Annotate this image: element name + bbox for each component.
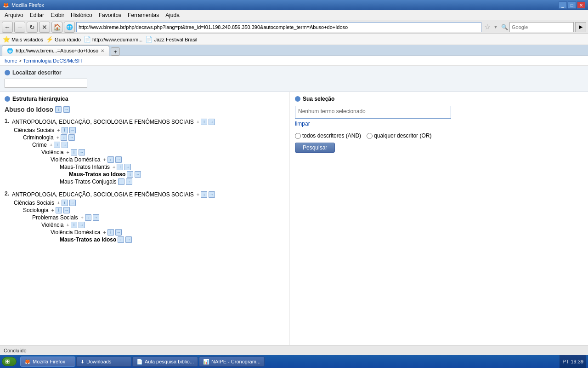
menu-exibir[interactable]: Exibir bbox=[48, 11, 67, 19]
bookmark-edumarm-label: http://www.edumarm... bbox=[92, 37, 142, 42]
crime-add-icon[interactable]: → bbox=[62, 142, 68, 148]
radio-or-label[interactable]: qualquer descritor (OR) bbox=[367, 132, 431, 139]
bookmark-edumarm[interactable]: 📄 http://www.edumarm... bbox=[84, 36, 142, 43]
menu-favoritos[interactable]: Favoritos bbox=[96, 11, 124, 19]
violencia-2-info-icon[interactable]: i bbox=[71, 222, 77, 228]
localize-section: Localizar descritor bbox=[0, 66, 588, 92]
radio-and-text: todos descritores (AND) bbox=[302, 132, 361, 139]
ciencias-1-add-icon[interactable]: → bbox=[69, 127, 76, 133]
ps-add-icon[interactable]: → bbox=[93, 214, 99, 221]
close-button[interactable]: ✕ bbox=[577, 1, 585, 9]
taskbar-downloads[interactable]: ⬇ Downloads bbox=[76, 356, 131, 367]
radio-and[interactable] bbox=[295, 133, 301, 139]
pesquisar-button[interactable]: Pesquisar bbox=[295, 143, 335, 153]
limpar-link[interactable]: limpar bbox=[295, 121, 582, 127]
mti1-add-icon[interactable]: → bbox=[135, 171, 141, 178]
ciencias-2-add-icon[interactable]: → bbox=[69, 200, 76, 206]
taskbar-aula[interactable]: 📄 Aula pesquisa biblio... bbox=[132, 356, 198, 367]
reload-button[interactable]: ↻ bbox=[27, 22, 38, 33]
ciencias-2-info-icon[interactable]: i bbox=[62, 200, 68, 206]
home-button[interactable]: 🏠 bbox=[51, 22, 62, 33]
taskbar: ⊞ 🦊 Mozilla Firefox ⬇ Downloads 📄 Aula p… bbox=[0, 355, 588, 368]
right-panel-dot bbox=[295, 96, 300, 102]
localize-input[interactable] bbox=[5, 79, 87, 88]
mti1-info-icon[interactable]: i bbox=[127, 171, 133, 178]
mti-info-icon[interactable]: i bbox=[117, 164, 123, 170]
criminologia-add-icon[interactable]: → bbox=[68, 134, 75, 141]
address-input[interactable] bbox=[76, 22, 481, 32]
search-go-button[interactable]: ▶ bbox=[575, 22, 586, 32]
menubar: Arquivo Editar Exibir Histórico Favorito… bbox=[0, 10, 588, 20]
s1-top-info-icon[interactable]: i bbox=[201, 119, 207, 125]
tree-section-2-header: 2. ANTROPOLOGIA, EDUCAÇÃO, SOCIOLOGIA E … bbox=[5, 190, 284, 199]
globe-button[interactable]: 🌐 bbox=[64, 22, 75, 33]
mtc-info-icon[interactable]: i bbox=[118, 178, 124, 185]
sociologia-add-icon[interactable]: → bbox=[63, 207, 70, 213]
menu-historico[interactable]: Histórico bbox=[68, 11, 95, 19]
bookmark-arrow[interactable]: ▼ bbox=[493, 24, 498, 29]
active-tab[interactable]: 🌐 http://www.birem...=Abuso+do+Idoso ✕ bbox=[2, 46, 109, 56]
bookmark-guia-rapido[interactable]: ⚡ Guia rápido bbox=[46, 36, 81, 43]
taskbar-naipe[interactable]: 📊 NAIPE - Cronogram... bbox=[199, 356, 265, 367]
s2-top-info-icon[interactable]: i bbox=[201, 191, 207, 198]
crime-info-icon[interactable]: i bbox=[54, 142, 60, 148]
tree-item-maus-tratos-idoso-1: Maus-Tratos ao Idoso i → bbox=[5, 171, 284, 178]
violencia-1-add-icon[interactable]: → bbox=[79, 149, 85, 155]
criminologia-info-icon[interactable]: i bbox=[61, 134, 67, 141]
menu-ferramentas[interactable]: Ferramentas bbox=[125, 11, 162, 19]
ciencias-1-info-icon[interactable]: i bbox=[62, 127, 68, 133]
start-button[interactable]: ⊞ bbox=[2, 357, 17, 366]
content-area: Localizar descritor Estrutura hierárquic… bbox=[0, 66, 588, 356]
radio-and-label[interactable]: todos descritores (AND) bbox=[295, 132, 361, 139]
minimize-button[interactable]: _ bbox=[559, 1, 567, 9]
bookmark-jazz-label: Jazz Festival Brasil bbox=[154, 37, 197, 42]
taskbar-firefox[interactable]: 🦊 Mozilla Firefox bbox=[20, 356, 75, 367]
tab-icon: 🌐 bbox=[7, 48, 13, 54]
tree-item-maus-tratos-conjugais: Maus-Tratos Conjugais i → bbox=[5, 178, 284, 185]
stop-button[interactable]: ✕ bbox=[39, 22, 50, 33]
vd-1-info-icon[interactable]: i bbox=[107, 156, 114, 163]
menu-ajuda[interactable]: Ajuda bbox=[163, 11, 182, 19]
ps-info-icon[interactable]: i bbox=[85, 214, 91, 221]
navbar: ← → ↻ ✕ 🏠 🌐 ☆ ▼ 🔍 ▶ bbox=[0, 20, 588, 34]
s2-top-add-icon[interactable]: → bbox=[209, 191, 215, 198]
mti2-add-icon[interactable]: → bbox=[125, 236, 132, 243]
violencia-2-add-icon[interactable]: → bbox=[79, 222, 85, 228]
mtc-add-icon[interactable]: → bbox=[126, 178, 132, 185]
lang-indicator: PT bbox=[562, 359, 569, 364]
bookmark-star[interactable]: ☆ bbox=[483, 23, 492, 31]
main-term-add-icon[interactable]: → bbox=[63, 106, 70, 113]
vd-1-add-icon[interactable]: → bbox=[115, 156, 122, 163]
firefox-taskbar-icon: 🦊 bbox=[24, 359, 31, 365]
s1-top-add-icon[interactable]: → bbox=[209, 119, 215, 125]
new-tab-button[interactable]: + bbox=[111, 47, 120, 56]
breadcrumb-section[interactable]: Terminologia DeCS/MeSH bbox=[23, 58, 82, 63]
menu-arquivo[interactable]: Arquivo bbox=[2, 11, 26, 19]
violencia-1-info-icon[interactable]: i bbox=[71, 149, 77, 155]
breadcrumb-home[interactable]: home bbox=[5, 58, 17, 63]
main-panels: Estrutura hierárquica Abuso do Idoso i →… bbox=[0, 92, 588, 356]
radio-or[interactable] bbox=[367, 133, 373, 139]
mti-add-icon[interactable]: → bbox=[124, 164, 131, 170]
mti2-info-icon[interactable]: i bbox=[118, 236, 124, 243]
vd-2-info-icon[interactable]: i bbox=[107, 229, 114, 236]
forward-button[interactable]: → bbox=[14, 22, 25, 33]
tab-close-button[interactable]: ✕ bbox=[101, 48, 104, 53]
section-1-title: ANTROPOLOGIA, EDUCAÇÃO, SOCIOLOGIA E FEN… bbox=[11, 119, 194, 125]
firefox-taskbar-label: Mozilla Firefox bbox=[33, 359, 65, 364]
maximize-button[interactable]: □ bbox=[568, 1, 576, 9]
menu-editar[interactable]: Editar bbox=[27, 11, 47, 19]
right-panel-title: Sua seleção bbox=[303, 96, 334, 102]
titlebar-controls[interactable]: _ □ ✕ bbox=[559, 1, 585, 9]
search-input[interactable] bbox=[509, 22, 574, 32]
tree-item-ciencias-sociais-1: Ciências Sociais + i → bbox=[5, 127, 284, 133]
main-term-text: Abuso do Idoso bbox=[5, 106, 53, 113]
titlebar-left: 🦊 Mozilla Firefox bbox=[3, 2, 44, 8]
titlebar-title: Mozilla Firefox bbox=[11, 2, 44, 8]
sociologia-info-icon[interactable]: i bbox=[56, 207, 62, 213]
vd-2-add-icon[interactable]: → bbox=[115, 229, 122, 236]
main-term-info-icon[interactable]: i bbox=[55, 106, 62, 113]
bookmark-mais-visitados[interactable]: ⭐ Mais visitados bbox=[3, 36, 43, 43]
bookmark-jazz[interactable]: 📄 Jazz Festival Brasil bbox=[145, 36, 197, 43]
back-button[interactable]: ← bbox=[2, 22, 13, 33]
